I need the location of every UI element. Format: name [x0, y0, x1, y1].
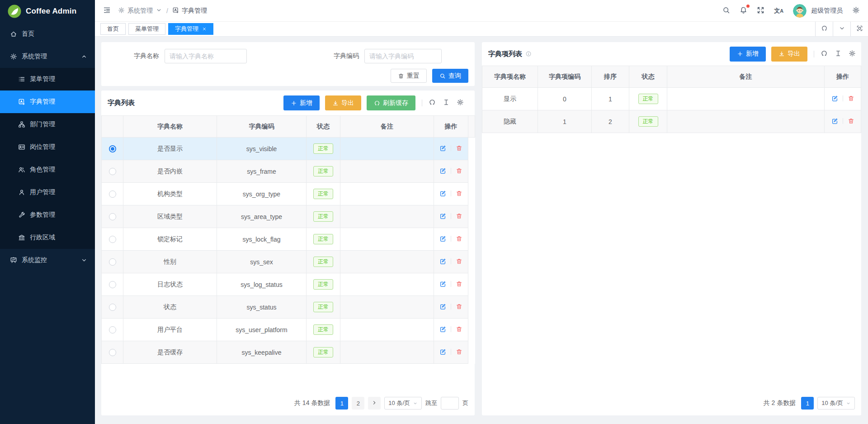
edit-row-button[interactable]: [439, 303, 446, 310]
edit-row-button[interactable]: [439, 190, 446, 197]
export-dict-button[interactable]: 导出: [325, 95, 361, 110]
sidebar-item[interactable]: 字典管理: [0, 91, 95, 113]
sidebar-item[interactable]: 菜单管理: [0, 68, 95, 91]
table-row[interactable]: 性别sys_sex正常: [102, 251, 475, 273]
sidebar-item[interactable]: 参数管理: [0, 204, 95, 226]
app-logo[interactable]: Coffee Admin: [0, 0, 95, 23]
delete-row-button[interactable]: [456, 303, 462, 310]
add-dict-item-button[interactable]: 新增: [730, 47, 766, 62]
sidebar-item[interactable]: 行政区域: [0, 226, 95, 249]
query-button[interactable]: 查询: [432, 69, 468, 83]
table-empty-space: [482, 133, 861, 397]
notifications-button[interactable]: [740, 6, 747, 15]
jump-page-input[interactable]: [441, 397, 459, 410]
tab[interactable]: 首页: [100, 23, 126, 35]
edit-row-button[interactable]: [831, 118, 838, 124]
row-radio[interactable]: [109, 213, 116, 220]
row-radio[interactable]: [109, 191, 116, 198]
edit-row-button[interactable]: [439, 348, 446, 355]
tab[interactable]: 菜单管理: [128, 23, 165, 35]
tab[interactable]: 字典管理: [168, 23, 213, 35]
export-dict-item-button[interactable]: 导出: [771, 47, 807, 62]
delete-row-button[interactable]: [456, 326, 462, 333]
tab-tools: [815, 22, 868, 36]
sidebar-item[interactable]: 首页: [0, 23, 95, 45]
table-row[interactable]: 显示01正常: [482, 88, 861, 110]
table-settings-button[interactable]: [457, 99, 464, 107]
dict-name-input[interactable]: [165, 49, 247, 63]
row-height-button[interactable]: [443, 99, 450, 107]
sidebar-item[interactable]: 角色管理: [0, 158, 95, 181]
language-switch-button[interactable]: 文A: [774, 7, 783, 15]
edit-row-button[interactable]: [439, 145, 446, 152]
tab-actions-dropdown[interactable]: [833, 22, 850, 36]
delete-row-button[interactable]: [848, 118, 854, 124]
edit-row-button[interactable]: [439, 326, 446, 333]
add-dict-button[interactable]: 新增: [283, 95, 320, 110]
row-height-button[interactable]: [835, 50, 842, 58]
row-radio[interactable]: [109, 236, 116, 243]
page-button[interactable]: 1: [801, 397, 814, 410]
edit-row-button[interactable]: [439, 258, 446, 265]
table-row[interactable]: 状态sys_status正常: [102, 296, 475, 319]
table-row[interactable]: 用户平台sys_user_platform正常: [102, 319, 475, 341]
avatar[interactable]: [793, 4, 807, 18]
table-row[interactable]: 日志状态sys_log_status正常: [102, 273, 475, 296]
delete-row-button[interactable]: [848, 95, 854, 102]
delete-row-button[interactable]: [456, 348, 462, 355]
page-size-select[interactable]: 10 条/页: [384, 397, 422, 410]
delete-row-button[interactable]: [456, 190, 462, 197]
refresh-table-button[interactable]: [821, 50, 828, 58]
breadcrumb-parent[interactable]: 系统管理: [118, 7, 162, 15]
delete-row-button[interactable]: [456, 281, 462, 287]
table-row[interactable]: 是否缓存sys_keepalive正常: [102, 341, 475, 364]
table-row[interactable]: 是否显示sys_visible正常: [102, 138, 475, 160]
edit-row-button[interactable]: [439, 281, 446, 287]
page-button[interactable]: 2: [352, 397, 364, 410]
fullscreen-button[interactable]: [757, 6, 764, 15]
sidebar-group[interactable]: 系统管理: [0, 45, 95, 68]
page-size-select[interactable]: 10 条/页: [817, 397, 855, 410]
sidebar-item[interactable]: 部门管理: [0, 113, 95, 136]
row-radio[interactable]: [109, 258, 116, 266]
close-icon[interactable]: [202, 27, 207, 31]
table-settings-button[interactable]: [849, 50, 856, 58]
dict-code-input[interactable]: [364, 49, 442, 63]
search-button[interactable]: [722, 6, 730, 15]
edit-row-button[interactable]: [439, 235, 446, 242]
edit-row-button[interactable]: [439, 213, 446, 219]
delete-row-button[interactable]: [456, 235, 462, 242]
table-row[interactable]: 是否内嵌sys_frame正常: [102, 160, 475, 183]
row-radio[interactable]: [109, 168, 116, 175]
table-row[interactable]: 锁定标记sys_lock_flag正常: [102, 228, 475, 251]
reset-button[interactable]: 重置: [391, 69, 427, 83]
table-row[interactable]: 机构类型sys_org_type正常: [102, 183, 475, 205]
column-header: 操作: [434, 116, 468, 138]
settings-button[interactable]: [852, 6, 860, 15]
collapse-sidebar-button[interactable]: [103, 6, 111, 15]
row-radio[interactable]: [109, 281, 116, 288]
table-row[interactable]: 区域类型sys_area_type正常: [102, 205, 475, 228]
table-row[interactable]: 隐藏12正常: [482, 110, 861, 133]
row-radio[interactable]: [109, 304, 116, 311]
row-radio[interactable]: [109, 349, 116, 356]
maximize-content-button[interactable]: [850, 22, 868, 36]
refresh-page-button[interactable]: [815, 22, 833, 36]
sidebar-item[interactable]: 用户管理: [0, 181, 95, 204]
delete-row-button[interactable]: [456, 145, 462, 152]
user-name[interactable]: 超级管理员: [811, 7, 843, 15]
delete-row-button[interactable]: [456, 167, 462, 174]
row-radio[interactable]: [109, 326, 116, 333]
sidebar-item[interactable]: 岗位管理: [0, 136, 95, 158]
delete-row-button[interactable]: [456, 258, 462, 265]
edit-row-button[interactable]: [439, 167, 446, 174]
row-radio[interactable]: [109, 145, 116, 152]
page-button[interactable]: 1: [335, 397, 348, 410]
next-page-button[interactable]: [368, 397, 381, 410]
refresh-cache-button[interactable]: 刷新缓存: [367, 95, 415, 110]
edit-row-button[interactable]: [831, 95, 838, 102]
refresh-table-button[interactable]: [429, 99, 436, 107]
sidebar-group[interactable]: 系统监控: [0, 249, 95, 272]
jump-label: 跳至: [425, 399, 437, 407]
delete-row-button[interactable]: [456, 213, 462, 219]
